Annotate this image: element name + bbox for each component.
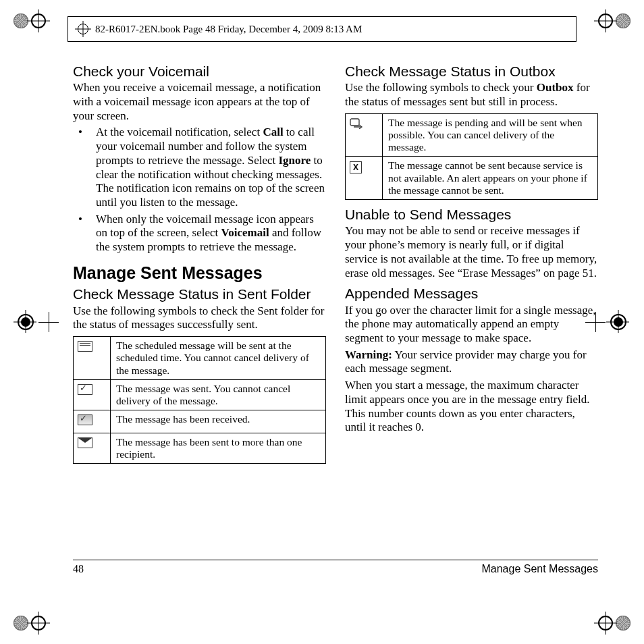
status-text-cell: The message has been received. [111,410,326,433]
heading-appended: Appended Messages [345,286,598,302]
table-row: The message has been sent to more than o… [74,433,326,464]
heading-unable: Unable to Send Messages [345,207,598,223]
status-text-cell: The message cannot be sent because servi… [383,157,598,200]
heading-check-voicemail: Check your Voicemail [73,63,326,80]
table-row: The message has been received. [74,410,326,433]
failed-message-icon: X [350,161,362,173]
table-row: X The message cannot be sent because ser… [346,157,598,200]
page-body: Check your Voicemail When you receive a … [73,63,598,583]
status-text-cell: The message was sent. You cannot cancel … [111,379,326,410]
para-outbox: Use the following symbols to check your … [345,81,598,109]
heading-outbox: Check Message Status in Outbox [345,63,598,80]
para-sent-folder: Use the following symbols to check the S… [73,304,326,332]
para-voicemail-intro: When you receive a voicemail message, a … [73,81,326,123]
header-register-mark-icon [78,24,88,34]
left-column: Check your Voicemail When you receive a … [73,63,326,583]
status-icon-cell [74,433,111,464]
para-appended-1: If you go over the character limit for a… [345,304,598,346]
crop-mark-bl [14,616,46,630]
table-row: The scheduled message will be sent at th… [74,337,326,380]
outbox-status-table: The message is pending and will be sent … [345,113,598,200]
status-text-cell: The scheduled message will be sent at th… [111,337,326,380]
running-header: 82-R6017-2EN.book Page 48 Friday, Decemb… [68,16,576,42]
received-message-icon [78,414,92,425]
status-icon-cell: X [346,157,383,200]
heading-manage-sent: Manage Sent Messages [73,264,326,283]
para-appended-3: When you start a message, the maximum ch… [345,379,598,435]
bullet-item: When only the voicemail message icon app… [86,213,326,254]
crop-mark-tl [14,14,46,28]
voicemail-bullets: At the voicemail notification, select Ca… [73,126,326,254]
page-footer: 48 Manage Sent Messages [73,560,598,575]
para-appended-2: Warning: Your service provider may charg… [345,348,598,376]
para-unable: You may not be able to send or receive m… [345,224,598,280]
footer-section-title: Manage Sent Messages [481,563,598,575]
crop-mark-br [598,616,630,630]
sent-status-table: The scheduled message will be sent at th… [73,336,326,464]
table-row: The message is pending and will be sent … [346,113,598,157]
multi-recipient-icon [78,437,92,448]
status-text-cell: The message has been sent to more than o… [111,433,326,464]
status-icon-cell [74,379,111,410]
header-text: 82-R6017-2EN.book Page 48 Friday, Decemb… [95,24,362,35]
crop-mark-tr [598,14,630,28]
table-row: The message was sent. You cannot cancel … [74,379,326,410]
crop-mark-ml [18,314,34,330]
status-icon-cell [74,410,111,433]
svg-rect-0 [350,119,359,126]
right-column: Check Message Status in Outbox Use the f… [345,63,598,583]
bullet-item: At the voicemail notification, select Ca… [86,126,326,209]
status-icon-cell [346,113,383,157]
heading-sent-folder: Check Message Status in Sent Folder [73,286,326,302]
pending-message-icon [350,118,365,129]
status-text-cell: The message is pending and will be sent … [383,113,598,157]
scheduled-message-icon [78,341,92,352]
status-icon-cell [74,337,111,380]
page-number: 48 [73,563,84,575]
sent-message-icon [78,384,92,395]
crop-mark-mr [610,314,626,330]
